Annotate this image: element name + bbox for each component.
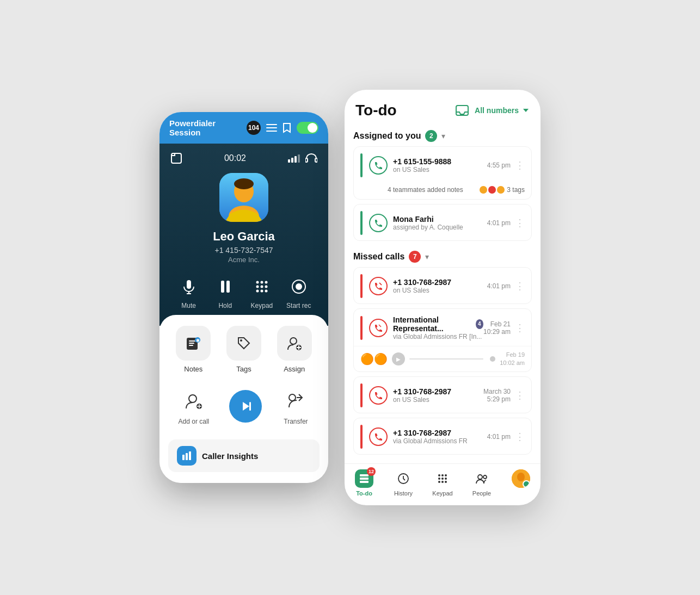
svg-rect-14 [187, 280, 191, 289]
svg-point-22 [256, 286, 259, 288]
missed2-number: International Representat... 4 [393, 315, 483, 333]
missed4-menu[interactable]: ⋮ [515, 431, 525, 443]
missed-badge: 7 [409, 251, 421, 263]
caller-insights-bar[interactable]: Caller Insights [168, 439, 320, 472]
todo-nav-label: To-do [356, 490, 372, 497]
red-indicator-4 [360, 425, 363, 449]
missed-chevron[interactable]: ▾ [425, 252, 429, 261]
assign-button[interactable]: Assign [277, 326, 312, 373]
tag-count: 3 tags [507, 186, 525, 194]
tag-dot-1 [480, 186, 487, 194]
missed1-number: +1 310-768-2987 [393, 278, 487, 287]
item1-time: 4:55 pm [487, 162, 511, 169]
svg-point-67 [478, 475, 482, 479]
headphone-icon[interactable] [305, 153, 317, 164]
red-indicator-3 [360, 383, 363, 407]
powerdialer-header: Powerdialer Session 104 [159, 112, 328, 144]
missed3-menu[interactable]: ⋮ [515, 389, 525, 401]
green-indicator [360, 153, 363, 177]
caller-company: Acme Inc. [228, 256, 260, 264]
missed1-menu[interactable]: ⋮ [515, 280, 525, 292]
inbox-icon[interactable] [455, 104, 469, 116]
expand-icon[interactable] [170, 152, 182, 164]
svg-point-41 [189, 395, 197, 402]
header-right: 104 [247, 121, 318, 135]
play-button[interactable]: ▶ [392, 352, 405, 365]
toggle-switch[interactable] [297, 122, 318, 134]
svg-point-59 [441, 474, 444, 476]
tags-button[interactable]: Tags [226, 326, 261, 373]
missed-phone-icon-4 [369, 427, 388, 446]
missed-item-2-info: International Representat... 4 via Globa… [393, 315, 483, 340]
missed-phone-icon-1 [369, 277, 388, 295]
call-status-icons [288, 153, 317, 164]
filter-label: All numbers [475, 106, 519, 115]
caller-name: Leo Garcia [213, 230, 275, 244]
red-indicator-2 [360, 316, 363, 340]
nav-people[interactable]: People [462, 469, 501, 497]
keypad-button[interactable]: Keypad [250, 275, 274, 309]
missed4-time: 4:01 pm [487, 433, 511, 441]
svg-rect-54 [360, 474, 369, 476]
missed3-number: +1 310-768-2987 [393, 387, 483, 396]
caller-phone: +1 415-732-7547 [214, 246, 273, 255]
all-numbers-filter[interactable]: All numbers [475, 106, 530, 115]
bookmark-icon[interactable] [283, 122, 291, 133]
missed-section-header: Missed calls 7 ▾ [353, 245, 532, 267]
assigned-chevron[interactable]: ▾ [441, 132, 445, 140]
svg-rect-50 [186, 453, 188, 460]
voicemail-row: 🟠🟠 ▶ Feb 19 10:02 am [354, 346, 531, 372]
add-or-call-button[interactable]: Add or call [179, 387, 210, 425]
left-phone: Powerdialer Session 104 [159, 112, 328, 483]
transfer-label: Transfer [284, 418, 308, 425]
missed-item-3-main: +1 310-768-2987 on US Sales March 30 5:2… [354, 377, 531, 413]
secondary-actions: Add or call [168, 382, 320, 431]
nav-keypad[interactable]: Keypad [423, 469, 462, 497]
nav-history[interactable]: History [384, 469, 423, 497]
bottom-nav: 12 To-do History [345, 463, 541, 505]
insights-label: Caller Insights [202, 451, 258, 461]
nav-todo[interactable]: 12 To-do [345, 469, 384, 497]
menu-icon[interactable] [266, 124, 277, 132]
missed-item-3-info: +1 310-768-2987 on US Sales [393, 387, 483, 404]
call-area: 00:02 [159, 144, 328, 326]
svg-point-62 [441, 478, 444, 480]
svg-point-64 [438, 481, 440, 483]
missed3-time: March 30 5:29 pm [483, 388, 511, 403]
missed2-time: Feb 21 10:29 am [483, 320, 511, 336]
caller-avatar [219, 173, 268, 222]
transfer-button[interactable]: Transfer [282, 387, 309, 425]
todo-title: To-do [355, 102, 397, 119]
hold-button[interactable]: Hold [213, 275, 237, 309]
nav-profile[interactable] [501, 469, 541, 497]
mute-button[interactable]: Mute [177, 275, 201, 309]
svg-point-20 [260, 281, 263, 284]
start-rec-button[interactable]: Start rec [286, 275, 311, 309]
svg-rect-4 [288, 159, 290, 163]
tags-label: Tags [236, 365, 251, 373]
svg-rect-6 [294, 156, 297, 163]
tag-dot-2 [488, 186, 496, 194]
todo-header: To-do All numbers [345, 90, 541, 125]
missed-item-1-main: +1 310-768-2987 on US Sales 4:01 pm ⋮ [354, 268, 531, 303]
call-top-bar: 00:02 [170, 152, 317, 164]
svg-point-12 [234, 178, 254, 189]
svg-point-36 [240, 339, 242, 342]
phone-icon-1 [369, 156, 388, 175]
notes-button[interactable]: ✱ Notes [176, 326, 211, 373]
item1-menu[interactable]: ⋮ [515, 159, 525, 171]
item2-time: 4:01 pm [487, 219, 511, 227]
assigned-item-2-main: Mona Farhi assigned by A. Coquelle 4:01 … [354, 204, 531, 240]
assigned-item-1-footer: 4 teammates added notes 3 tags [354, 183, 531, 199]
quick-actions: ✱ Notes Tags [168, 326, 320, 373]
powerdialer-title: Powerdialer Session [169, 119, 247, 137]
profile-avatar [512, 469, 530, 488]
missed2-menu[interactable]: ⋮ [515, 322, 525, 334]
item2-menu[interactable]: ⋮ [515, 217, 525, 229]
call-timer: 00:02 [224, 153, 246, 163]
item2-number: Mona Farhi [393, 215, 487, 224]
missed1-time: 4:01 pm [487, 282, 511, 290]
voicemail-bar [409, 358, 483, 360]
next-button[interactable] [229, 390, 262, 423]
missed-phone-icon-2 [369, 319, 388, 337]
